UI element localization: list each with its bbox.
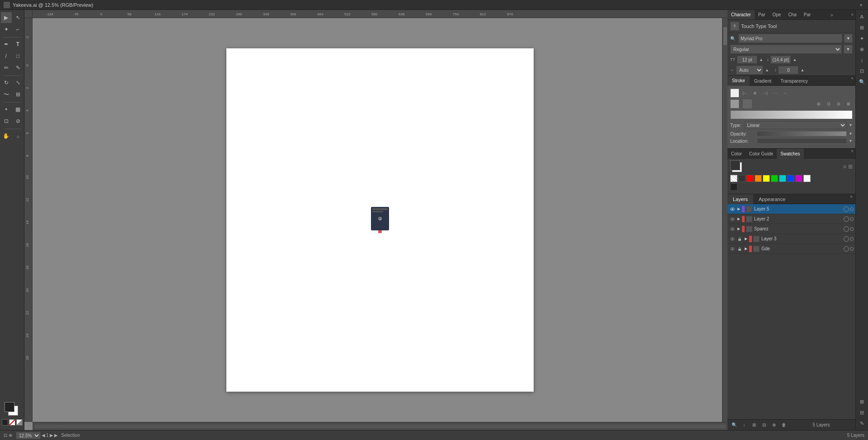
layer-target-circle[interactable] [844,236,849,242]
tab-char2[interactable]: Cha [784,10,800,20]
zoom-tool[interactable]: ⌕ [13,131,23,141]
layer-target-circle[interactable] [844,216,849,222]
rotate-tool[interactable]: ↻ [1,77,12,88]
layer-expand-icon[interactable]: ▶ [737,206,741,212]
lasso-tool[interactable]: ⌐ [13,24,23,35]
font-size-input[interactable] [737,56,757,64]
font-size-up[interactable]: ▲ [759,57,763,62]
swatch-blue[interactable] [787,175,794,182]
type-select-btn[interactable]: ▼ [849,123,853,127]
stroke-color-swatch3[interactable] [743,99,752,108]
leading-up[interactable]: ▲ [793,57,797,62]
layer-target-circle[interactable] [844,246,849,252]
font-search-input[interactable] [738,34,842,43]
stroke-color-swatch[interactable] [730,89,739,98]
far-right-btn-1[interactable]: A [857,12,867,22]
far-right-btn-6[interactable]: ⊡ [857,66,867,76]
stroke-align-left[interactable]: |← [741,89,749,97]
layers-panel-close[interactable]: × [847,194,855,204]
h-scrollbar[interactable] [33,422,727,430]
layer-expand-icon[interactable]: ▶ [737,216,741,222]
kerning-input[interactable] [778,66,798,74]
layers-move-down-btn[interactable]: ↓ [740,421,748,429]
layer-item[interactable]: ▶ Sparez [727,224,855,234]
layer-visibility-icon[interactable] [729,226,736,232]
layers-delete-btn[interactable]: 🗑 [780,421,788,429]
tracking-select[interactable]: Auto 0 [736,66,763,75]
swatch-orange[interactable] [755,175,762,182]
swatch-white-small[interactable] [803,175,811,182]
tab-paragraph[interactable]: Par [755,10,769,20]
gradient-bar[interactable] [730,110,853,119]
gradient-tab[interactable]: Gradient [750,76,776,86]
far-right-btn-8[interactable]: ⊞ [857,397,867,407]
location-slider[interactable] [757,138,847,144]
line-tool[interactable]: / [1,51,12,61]
stroke-btn1[interactable]: ⊞ [815,100,823,108]
free-transform-tool[interactable]: ⊞ [13,89,23,100]
far-right-btn-2[interactable]: ⊞ [857,23,867,33]
swatch-black-small[interactable] [738,175,746,182]
layer-item[interactable]: ▶ Layer 3 [727,234,855,244]
font-search-btn[interactable]: ▼ [844,34,853,43]
eyedropper-tool[interactable]: ⊘ [13,116,23,126]
layers-flat-btn[interactable]: ⊟ [760,421,768,429]
v-scrollbar[interactable] [722,18,727,422]
scale-tool[interactable]: ⤡ [13,77,23,88]
stroke-panel-close[interactable]: × [849,76,855,85]
close-button[interactable]: × [858,2,864,8]
far-right-btn-7[interactable]: 🔍 [857,77,867,87]
swatches-list-icon[interactable]: ≡ [843,164,846,170]
zoom-select[interactable]: 12.5% 25% 50% 100% [16,432,41,439]
font-style-select[interactable]: Regular Bold Italic [730,45,842,54]
far-right-btn-9[interactable]: ⊟ [857,407,867,417]
swatch-dark[interactable] [730,183,737,191]
layer-visibility-icon[interactable] [729,246,736,252]
stroke-btn2[interactable]: ⊡ [825,100,833,108]
swatch-green[interactable] [771,175,778,182]
pencil-tool[interactable]: ✎ [13,62,23,73]
tracking-up[interactable]: ▲ [765,68,769,72]
kerning-up[interactable]: ▲ [800,68,804,72]
layers-new-btn[interactable]: ⊕ [770,421,778,429]
magic-wand-tool[interactable]: ✦ [1,24,12,35]
swatch-yellow[interactable] [763,175,770,182]
opacity-slider[interactable] [757,131,847,136]
layer-item[interactable]: ▶ Layer 2 [727,214,855,224]
none-swatch[interactable] [9,419,15,426]
direct-select-tool[interactable]: ↖ [13,12,23,23]
black-swatch[interactable] [2,419,8,426]
opacity-down[interactable]: ▼ [849,131,853,136]
swatch-magenta[interactable] [795,175,802,182]
far-right-btn-5[interactable]: ↕ [857,55,867,65]
far-right-btn-10[interactable]: ✎ [857,418,867,428]
tab-character[interactable]: Character [727,10,755,20]
pen-tool[interactable]: ✒ [1,39,12,50]
zoom-arrow-right[interactable]: ▶ [50,433,53,438]
symbol-sprayer-tool[interactable]: ✦ [1,104,12,115]
location-down[interactable]: ▼ [849,139,853,143]
layer-target-circle[interactable] [844,206,849,212]
stroke-color-swatch2[interactable] [730,99,739,108]
swatches-tab[interactable]: Swatches [777,149,803,159]
transparency-tab[interactable]: Transparency [776,76,812,86]
swatch-cyan[interactable] [779,175,786,182]
layer-expand-icon[interactable]: ▶ [744,236,748,242]
swatches-grid-icon[interactable]: ⊞ [848,164,853,170]
tab-layers[interactable]: Layers [727,194,753,204]
panel-close[interactable]: × [849,12,855,17]
stroke-tab[interactable]: Stroke [727,76,750,86]
stroke-btn4[interactable]: ⊠ [845,100,853,108]
far-right-btn-3[interactable]: ✦ [857,33,867,43]
swatch-big-fg[interactable] [730,160,740,170]
artboard-tool[interactable]: ⊡ [1,116,12,126]
color-guide-tab[interactable]: Color Guide [746,149,777,159]
layer-visibility-icon[interactable] [729,216,736,222]
rect-tool[interactable]: □ [13,51,23,61]
leading-input[interactable] [770,56,791,64]
column-graph-tool[interactable]: ▦ [13,104,23,115]
type-tool[interactable]: T [13,39,23,50]
layers-find-btn[interactable]: 🔍 [730,421,738,429]
gradient-swatch-small[interactable] [16,419,23,426]
tab-appearance[interactable]: Appearance [753,194,791,204]
